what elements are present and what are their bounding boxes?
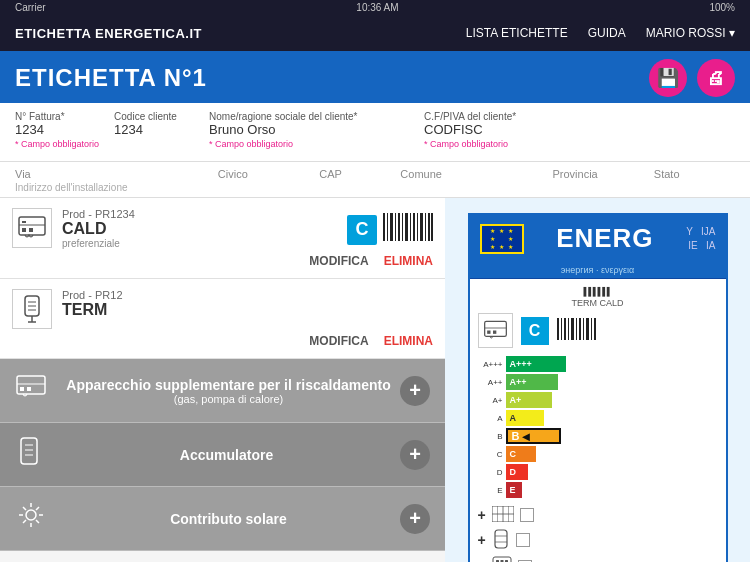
svg-rect-11: [405, 213, 408, 241]
svg-rect-42: [484, 321, 506, 336]
energ-text: ENERG: [524, 223, 687, 254]
add-item-solare[interactable]: Contributo solare +: [0, 487, 445, 551]
svg-rect-55: [591, 318, 592, 340]
svg-line-40: [36, 507, 39, 510]
svg-rect-27: [20, 387, 24, 391]
page-title: ETICHETTA N°1: [15, 64, 207, 92]
form-row-main: N° Fattura* 1234 * Campo obbligatorio Co…: [15, 111, 735, 149]
add-item-apparecchio[interactable]: Apparecchio supplementare per il riscald…: [0, 359, 445, 423]
add-item-text-apparecchio: Apparecchio supplementare per il riscald…: [57, 377, 400, 405]
label-barcode: [557, 318, 597, 343]
svg-rect-10: [402, 213, 403, 241]
bar-label-e: E: [478, 486, 503, 495]
code-ie-ia: IE IA: [686, 239, 715, 253]
bar-row-d: D D: [478, 464, 718, 480]
address-labels: Via Civico CAP Comune Provincia Stato: [15, 168, 735, 180]
main-content: Prod - PR1234 CALD preferenziale C: [0, 198, 750, 562]
header-actions: 💾 🖨: [649, 59, 735, 97]
add-button-apparecchio[interactable]: +: [400, 376, 430, 406]
rating-bars: A+++ A+++ A++ A++ A+ A+ A A: [478, 356, 718, 498]
svg-rect-8: [395, 213, 396, 241]
svg-line-38: [23, 507, 26, 510]
save-button[interactable]: 💾: [649, 59, 687, 97]
bar-row-appp: A+++ A+++: [478, 356, 718, 372]
elimina-button-term[interactable]: ELIMINA: [384, 334, 433, 348]
product-name-cald: CALD: [62, 220, 337, 238]
svg-rect-54: [586, 318, 589, 340]
add-item-title-solare: Contributo solare: [57, 511, 400, 527]
add-button-accumulatore[interactable]: +: [400, 440, 430, 470]
energy-label: ★ ★ ★ ★ ★ ★ ★ ★ ENERG Y IJA: [468, 213, 728, 562]
label-codes: Y IJA IE IA: [686, 225, 715, 253]
label-row-keypad: +: [478, 556, 718, 562]
print-button[interactable]: 🖨: [697, 59, 735, 97]
product-icon-cald: [12, 208, 52, 248]
left-panel: Prod - PR1234 CALD preferenziale C: [0, 198, 445, 562]
nav-links: LISTA ETICHETTE GUIDA MARIO ROSSI ▾: [466, 26, 735, 40]
svg-rect-52: [579, 318, 581, 340]
product-item-term: Prod - PR12 TERM MODIFICA ELIMINA: [0, 279, 445, 359]
nav-user[interactable]: MARIO ROSSI ▾: [646, 26, 735, 40]
svg-rect-3: [29, 228, 33, 232]
product-icon-term: [12, 289, 52, 329]
svg-line-41: [23, 520, 26, 523]
bar-label-d: D: [478, 468, 503, 477]
bar-row-ap: A+ A+: [478, 392, 718, 408]
bar-ap: A+: [506, 392, 552, 408]
value-nome[interactable]: Bruno Orso: [209, 122, 409, 137]
label-header: ★ ★ ★ ★ ★ ★ ★ ★ ENERG Y IJA: [470, 215, 726, 262]
label-subtitle: энергия · ενεργεια: [470, 262, 726, 279]
term-cald-text: TERM CALD: [478, 298, 718, 308]
address-hint: Indirizzo dell'installazione: [15, 182, 735, 193]
bar-d: D: [506, 464, 528, 480]
svg-rect-2: [22, 228, 26, 232]
label-product-icon: [478, 313, 513, 348]
svg-rect-14: [417, 213, 418, 241]
nav-lista[interactable]: LISTA ETICHETTE: [466, 26, 568, 40]
svg-rect-12: [410, 213, 411, 241]
label-via: Via: [15, 168, 218, 180]
bar-label-appp: A+++: [478, 360, 503, 369]
value-cf[interactable]: CODFISC: [424, 122, 604, 137]
carrier-label: Carrier: [15, 2, 46, 13]
add-item-accumulatore[interactable]: Accumulatore +: [0, 423, 445, 487]
svg-rect-53: [583, 318, 584, 340]
add-item-text-solare: Contributo solare: [57, 511, 400, 527]
value-n-fattura[interactable]: 1234: [15, 122, 99, 137]
add-button-solare[interactable]: +: [400, 504, 430, 534]
svg-rect-5: [383, 213, 385, 241]
right-panel: ★ ★ ★ ★ ★ ★ ★ ★ ENERG Y IJA: [445, 198, 750, 562]
bar-a: A: [506, 410, 544, 426]
nav-guida[interactable]: GUIDA: [588, 26, 626, 40]
eu-flag: ★ ★ ★ ★ ★ ★ ★ ★: [480, 224, 524, 254]
bar-b: B ◄: [506, 428, 561, 444]
field-nome-ragione: Nome/ragione sociale del cliente* Bruno …: [209, 111, 409, 149]
svg-line-39: [36, 520, 39, 523]
svg-rect-56: [594, 318, 596, 340]
value-codice[interactable]: 1234: [114, 122, 194, 137]
svg-point-33: [26, 510, 36, 520]
bar-c: C: [506, 446, 536, 462]
address-section: Via Civico CAP Comune Provincia Stato In…: [0, 162, 750, 198]
modifica-button-cald[interactable]: MODIFICA: [309, 254, 368, 268]
modifica-button-term[interactable]: MODIFICA: [309, 334, 368, 348]
svg-rect-13: [413, 213, 415, 241]
bar-label-a: A: [478, 414, 503, 423]
svg-rect-48: [564, 318, 566, 340]
page-header: ETICHETTA N°1 💾 🖨: [0, 51, 750, 103]
product-actions-cald: MODIFICA ELIMINA: [12, 254, 433, 268]
checkbox-solar: [520, 508, 534, 522]
elimina-button-cald[interactable]: ELIMINA: [384, 254, 433, 268]
label-comune: Comune: [400, 168, 552, 180]
label-row-tank: +: [478, 528, 718, 552]
barcode-icon-cald: [383, 213, 433, 246]
required-cf: * Campo obbligatorio: [424, 139, 604, 149]
product-item-cald: Prod - PR1234 CALD preferenziale C: [0, 198, 445, 279]
svg-rect-16: [425, 213, 426, 241]
bar-e: E: [506, 482, 522, 498]
product-id-cald: Prod - PR1234: [62, 208, 337, 220]
solar-panel-icon: [492, 506, 514, 524]
energ-label: ENERG: [524, 223, 687, 254]
bar-app: A++: [506, 374, 558, 390]
bar-row-c: C C: [478, 446, 718, 462]
